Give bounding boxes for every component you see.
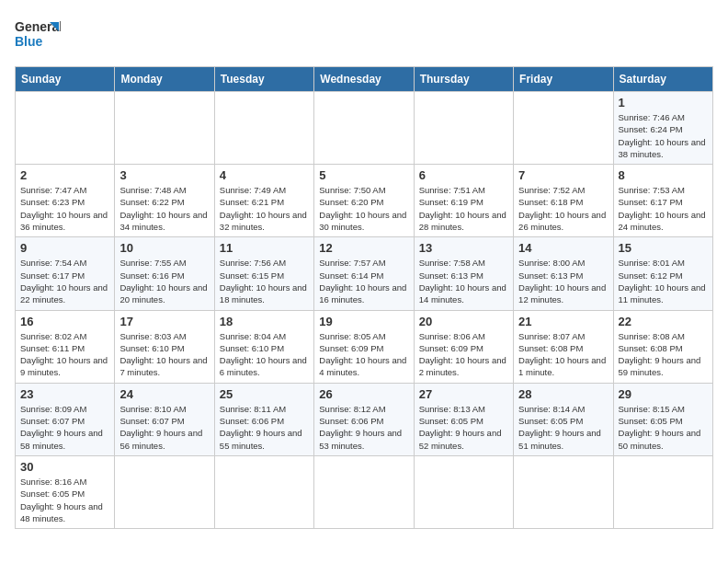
weekday-header: Wednesday [314,67,414,92]
day-info: Sunrise: 8:09 AM Sunset: 6:07 PM Dayligh… [20,403,109,452]
day-info: Sunrise: 7:47 AM Sunset: 6:23 PM Dayligh… [20,184,109,233]
calendar-cell: 15Sunrise: 8:01 AM Sunset: 6:12 PM Dayli… [613,237,712,310]
weekday-header: Saturday [613,67,712,92]
day-number: 26 [319,387,408,401]
weekday-header: Sunday [16,67,115,92]
day-info: Sunrise: 7:58 AM Sunset: 6:13 PM Dayligh… [419,257,508,305]
calendar-cell: 21Sunrise: 8:07 AM Sunset: 6:08 PM Dayli… [514,310,613,383]
day-info: Sunrise: 8:04 AM Sunset: 6:10 PM Dayligh… [220,330,309,379]
calendar-cell [414,455,513,528]
day-number: 9 [20,241,109,255]
logo: GeneralBlue [15,15,61,55]
calendar-cell: 5Sunrise: 7:50 AM Sunset: 6:20 PM Daylig… [314,165,414,237]
day-info: Sunrise: 8:13 AM Sunset: 6:05 PM Dayligh… [419,403,508,452]
day-info: Sunrise: 8:05 AM Sunset: 6:09 PM Dayligh… [319,330,408,379]
calendar-cell [414,92,513,165]
calendar-table: SundayMondayTuesdayWednesdayThursdayFrid… [15,66,713,529]
calendar-cell: 29Sunrise: 8:15 AM Sunset: 6:05 PM Dayli… [613,383,712,455]
day-number: 27 [419,387,508,401]
calendar-cell: 11Sunrise: 7:56 AM Sunset: 6:15 PM Dayli… [214,237,313,310]
day-number: 15 [619,241,708,255]
day-info: Sunrise: 8:01 AM Sunset: 6:12 PM Dayligh… [619,257,708,305]
day-info: Sunrise: 8:12 AM Sunset: 6:06 PM Dayligh… [319,403,408,452]
calendar-cell: 9Sunrise: 7:54 AM Sunset: 6:17 PM Daylig… [16,237,115,310]
day-number: 23 [20,387,109,401]
calendar-week-row: 23Sunrise: 8:09 AM Sunset: 6:07 PM Dayli… [16,383,713,455]
calendar-cell: 26Sunrise: 8:12 AM Sunset: 6:06 PM Dayli… [314,383,414,455]
weekday-header: Friday [514,67,613,92]
day-number: 1 [619,96,708,109]
day-info: Sunrise: 7:55 AM Sunset: 6:16 PM Dayligh… [119,257,209,305]
calendar-cell: 22Sunrise: 8:08 AM Sunset: 6:08 PM Dayli… [613,310,712,383]
calendar-week-row: 9Sunrise: 7:54 AM Sunset: 6:17 PM Daylig… [16,237,713,310]
calendar-cell: 23Sunrise: 8:09 AM Sunset: 6:07 PM Dayli… [16,383,115,455]
calendar-cell [214,92,313,165]
calendar-cell: 16Sunrise: 8:02 AM Sunset: 6:11 PM Dayli… [16,310,115,383]
calendar-cell: 3Sunrise: 7:48 AM Sunset: 6:22 PM Daylig… [115,165,214,237]
day-info: Sunrise: 7:50 AM Sunset: 6:20 PM Dayligh… [319,184,408,233]
svg-text:General: General [15,19,61,34]
day-info: Sunrise: 7:53 AM Sunset: 6:17 PM Dayligh… [619,184,708,233]
calendar-cell [314,455,414,528]
day-number: 6 [419,168,508,182]
weekday-header: Tuesday [214,67,313,92]
day-number: 8 [619,168,708,182]
calendar-week-row: 30Sunrise: 8:16 AM Sunset: 6:05 PM Dayli… [16,455,713,528]
calendar-cell [314,92,414,165]
day-info: Sunrise: 8:16 AM Sunset: 6:05 PM Dayligh… [20,476,109,524]
day-number: 21 [518,315,608,328]
calendar-cell: 1Sunrise: 7:46 AM Sunset: 6:24 PM Daylig… [613,92,712,165]
day-number: 30 [20,460,109,474]
day-info: Sunrise: 8:14 AM Sunset: 6:05 PM Dayligh… [518,403,608,452]
day-number: 17 [119,315,209,328]
weekday-header-row: SundayMondayTuesdayWednesdayThursdayFrid… [16,67,713,92]
logo-svg: GeneralBlue [15,15,61,55]
weekday-header: Thursday [414,67,513,92]
day-number: 3 [119,168,209,182]
calendar-cell: 30Sunrise: 8:16 AM Sunset: 6:05 PM Dayli… [16,455,115,528]
calendar-cell: 19Sunrise: 8:05 AM Sunset: 6:09 PM Dayli… [314,310,414,383]
calendar-cell [514,455,613,528]
day-number: 16 [20,315,109,328]
page-header: GeneralBlue [15,15,713,55]
calendar-cell [115,92,214,165]
day-info: Sunrise: 8:06 AM Sunset: 6:09 PM Dayligh… [419,330,508,379]
day-info: Sunrise: 7:54 AM Sunset: 6:17 PM Dayligh… [20,257,109,305]
day-info: Sunrise: 7:52 AM Sunset: 6:18 PM Dayligh… [518,184,608,233]
calendar-cell: 7Sunrise: 7:52 AM Sunset: 6:18 PM Daylig… [514,165,613,237]
calendar-cell [613,455,712,528]
day-info: Sunrise: 8:08 AM Sunset: 6:08 PM Dayligh… [619,330,708,379]
calendar-cell: 10Sunrise: 7:55 AM Sunset: 6:16 PM Dayli… [115,237,214,310]
calendar-cell: 17Sunrise: 8:03 AM Sunset: 6:10 PM Dayli… [115,310,214,383]
calendar-cell [214,455,313,528]
calendar-cell: 12Sunrise: 7:57 AM Sunset: 6:14 PM Dayli… [314,237,414,310]
day-info: Sunrise: 7:49 AM Sunset: 6:21 PM Dayligh… [220,184,309,233]
day-number: 12 [319,241,408,255]
day-info: Sunrise: 8:00 AM Sunset: 6:13 PM Dayligh… [518,257,608,305]
day-info: Sunrise: 8:02 AM Sunset: 6:11 PM Dayligh… [20,330,109,379]
calendar-cell [115,455,214,528]
weekday-header: Monday [115,67,214,92]
calendar-cell [514,92,613,165]
calendar-week-row: 1Sunrise: 7:46 AM Sunset: 6:24 PM Daylig… [16,92,713,165]
calendar-cell: 8Sunrise: 7:53 AM Sunset: 6:17 PM Daylig… [613,165,712,237]
day-info: Sunrise: 8:11 AM Sunset: 6:06 PM Dayligh… [220,403,309,452]
day-number: 2 [20,168,109,182]
day-info: Sunrise: 7:48 AM Sunset: 6:22 PM Dayligh… [119,184,209,233]
calendar-cell: 25Sunrise: 8:11 AM Sunset: 6:06 PM Dayli… [214,383,313,455]
day-number: 5 [319,168,408,182]
day-info: Sunrise: 8:07 AM Sunset: 6:08 PM Dayligh… [518,330,608,379]
day-number: 24 [119,387,209,401]
day-number: 11 [220,241,309,255]
day-number: 13 [419,241,508,255]
calendar-cell [16,92,115,165]
day-info: Sunrise: 8:15 AM Sunset: 6:05 PM Dayligh… [619,403,708,452]
day-info: Sunrise: 7:51 AM Sunset: 6:19 PM Dayligh… [419,184,508,233]
day-number: 29 [619,387,708,401]
day-number: 28 [518,387,608,401]
day-number: 7 [518,168,608,182]
calendar-week-row: 2Sunrise: 7:47 AM Sunset: 6:23 PM Daylig… [16,165,713,237]
day-info: Sunrise: 8:10 AM Sunset: 6:07 PM Dayligh… [119,403,209,452]
calendar-cell: 24Sunrise: 8:10 AM Sunset: 6:07 PM Dayli… [115,383,214,455]
day-info: Sunrise: 8:03 AM Sunset: 6:10 PM Dayligh… [119,330,209,379]
